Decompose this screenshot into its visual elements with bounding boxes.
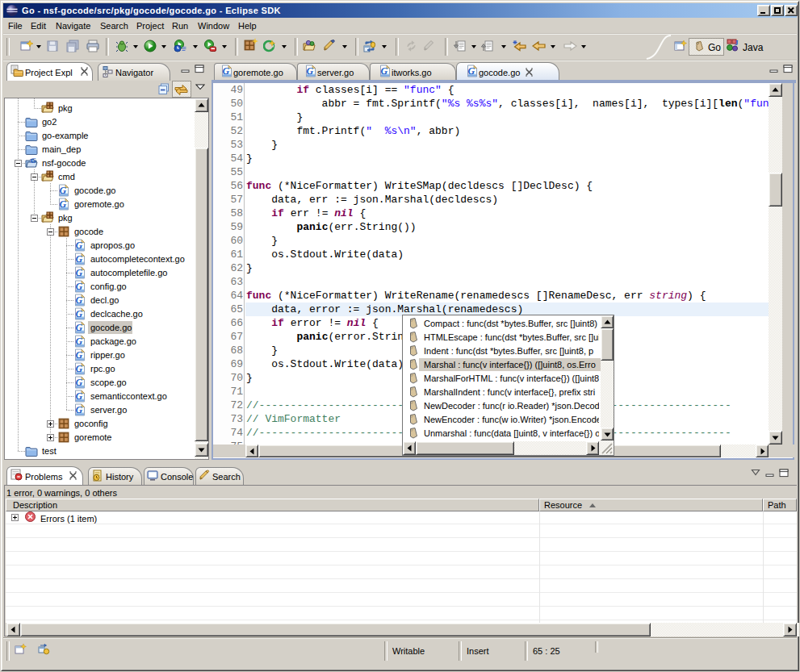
svg-text:G: G: [75, 281, 82, 292]
svg-text:G: G: [75, 308, 82, 319]
svg-text:G: G: [306, 65, 313, 77]
svg-text:G: G: [59, 198, 66, 210]
svg-text:G: G: [75, 390, 82, 402]
svg-text:G: G: [75, 294, 82, 306]
svg-text:J: J: [735, 39, 739, 47]
svg-text:G: G: [75, 322, 82, 333]
svg-text:G: G: [222, 65, 229, 77]
svg-text:G: G: [75, 363, 82, 374]
svg-text:G: G: [75, 240, 82, 251]
svg-text:G: G: [75, 267, 82, 278]
svg-text:G: G: [31, 157, 36, 165]
svg-text:G: G: [467, 65, 475, 77]
svg-text:G: G: [75, 377, 82, 388]
svg-text:G: G: [380, 65, 387, 77]
svg-text:G: G: [75, 253, 82, 265]
svg-text:G: G: [75, 404, 82, 415]
svg-text:G: G: [75, 349, 82, 361]
svg-text:G: G: [75, 336, 82, 347]
svg-text:G: G: [59, 185, 66, 196]
